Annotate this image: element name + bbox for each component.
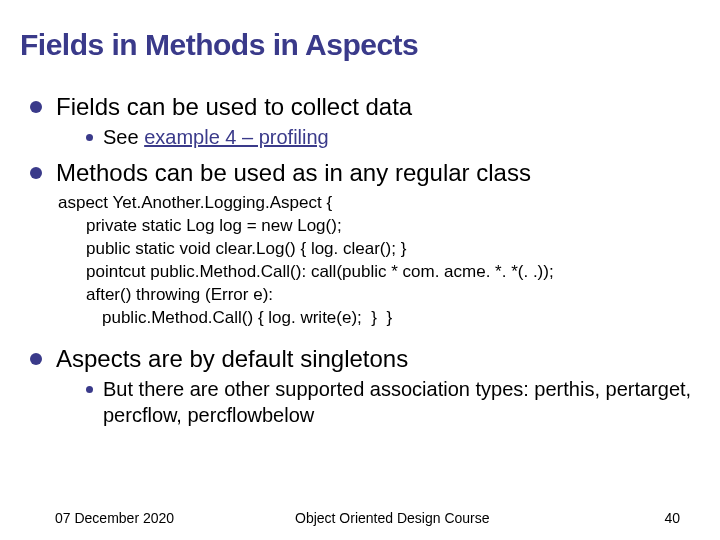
code-line: public static void clear.Log() { log. cl… [58, 238, 700, 261]
example-link[interactable]: example 4 – profiling [144, 126, 329, 148]
sub-dot-icon [86, 134, 93, 141]
bullet-3: Aspects are by default singletons [30, 344, 700, 374]
slide-content: Fields can be used to collect data See e… [20, 92, 700, 428]
bullet-1: Fields can be used to collect data [30, 92, 700, 122]
bullet-1-sub: See example 4 – profiling [30, 124, 700, 150]
code-line: public.Method.Call() { log. write(e); } … [58, 307, 700, 330]
bullet-disc-icon [30, 167, 42, 179]
code-block: aspect Yet.Another.Logging.Aspect { priv… [30, 192, 700, 330]
code-line: pointcut public.Method.Call(): call(publ… [58, 261, 700, 284]
bullet-3-sub-text: But there are other supported associatio… [103, 376, 700, 428]
sub-prefix: See [103, 126, 144, 148]
bullet-3-sub: But there are other supported associatio… [30, 376, 700, 428]
bullet-1-text: Fields can be used to collect data [56, 92, 412, 122]
bullet-1-sub-text: See example 4 – profiling [103, 124, 329, 150]
code-line: aspect Yet.Another.Logging.Aspect { [58, 192, 700, 215]
code-line: after() throwing (Error e): [58, 284, 700, 307]
bullet-3-text: Aspects are by default singletons [56, 344, 408, 374]
bullet-disc-icon [30, 353, 42, 365]
footer-course: Object Oriented Design Course [255, 510, 620, 526]
slide-title: Fields in Methods in Aspects [20, 28, 700, 62]
sub-dot-icon [86, 386, 93, 393]
code-line: private static Log log = new Log(); [58, 215, 700, 238]
footer-page-number: 40 [620, 510, 680, 526]
footer-date: 07 December 2020 [55, 510, 255, 526]
bullet-2: Methods can be used as in any regular cl… [30, 158, 700, 188]
bullet-2-text: Methods can be used as in any regular cl… [56, 158, 531, 188]
bullet-disc-icon [30, 101, 42, 113]
slide-footer: 07 December 2020 Object Oriented Design … [0, 510, 720, 526]
